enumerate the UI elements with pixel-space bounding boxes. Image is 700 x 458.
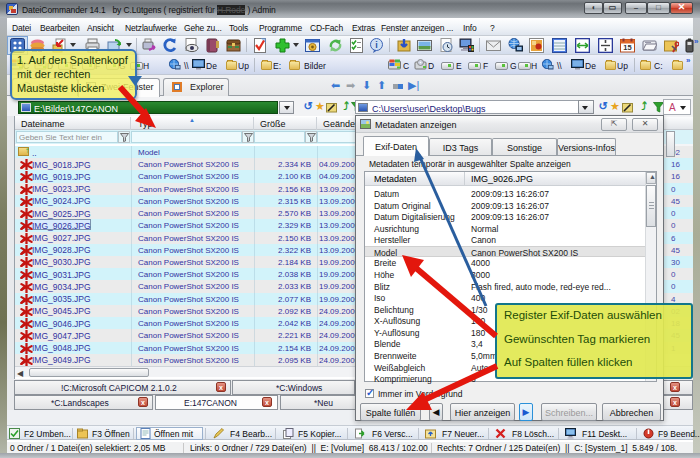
- svg-text:i: i: [375, 40, 378, 50]
- svg-text:15: 15: [623, 43, 631, 52]
